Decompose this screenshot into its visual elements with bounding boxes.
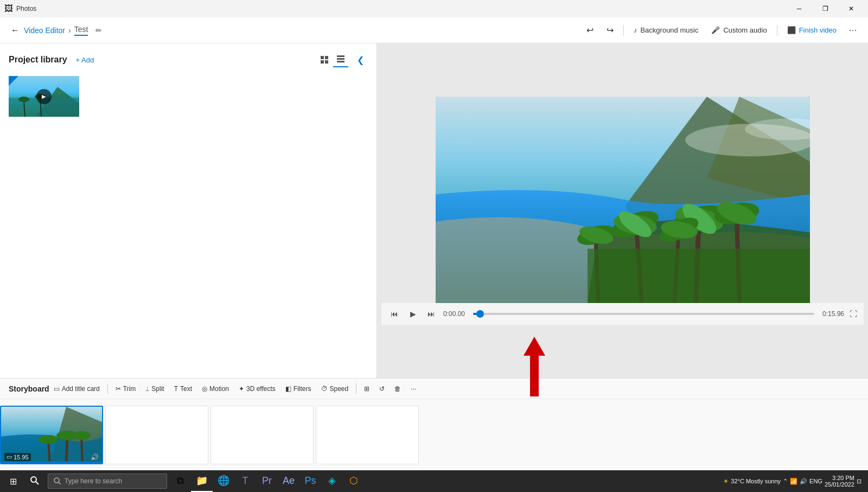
motion-button[interactable]: ◎ Motion	[197, 381, 233, 396]
minimize-button[interactable]: ─	[787, 0, 812, 17]
storyboard-more-button[interactable]: ···	[406, 381, 420, 396]
add-label: + Add	[76, 56, 94, 64]
video-preview	[436, 97, 810, 303]
storyboard-empty-slot-2[interactable]	[210, 406, 314, 464]
app8-button[interactable]: ⬡	[343, 470, 365, 492]
search-input[interactable]	[65, 477, 157, 485]
close-button[interactable]: ✕	[839, 0, 864, 17]
search-box[interactable]	[48, 474, 167, 489]
system-tray-up-arrow[interactable]: ⌃	[783, 478, 788, 485]
breadcrumb-parent[interactable]: Video Editor	[24, 26, 65, 35]
delete-button[interactable]: 🗑	[390, 381, 405, 396]
svg-point-50	[54, 478, 59, 483]
add-title-card-button[interactable]: ▭ Add title card	[49, 381, 104, 396]
resize-button[interactable]: ⊞	[360, 381, 374, 396]
add-button[interactable]: + Add	[76, 56, 94, 64]
storyboard-empty-slot-1[interactable]	[105, 406, 208, 464]
storyboard-empty-slot-3[interactable]	[316, 406, 419, 464]
background-music-button[interactable]: ♪ Background music	[628, 22, 704, 39]
skip-back-button[interactable]: ⏮	[388, 307, 401, 320]
list-view-button[interactable]	[333, 52, 348, 67]
speed-icon: ⏱	[321, 385, 328, 393]
split-label: Split	[151, 385, 164, 393]
sb-separator-2	[356, 383, 356, 394]
storyboard-title: Storyboard	[9, 384, 49, 393]
collapse-panel-button[interactable]: ❮	[353, 52, 368, 67]
edit-title-icon[interactable]: ✏	[95, 26, 102, 35]
notification-button[interactable]: ⊡	[857, 478, 861, 485]
speed-button[interactable]: ⏱ Speed	[317, 381, 353, 396]
trim-button[interactable]: ✂ Trim	[111, 381, 141, 396]
item-corner-mark	[9, 76, 18, 86]
effects-label: 3D effects	[246, 385, 276, 393]
title-card-icon: ▭	[54, 385, 60, 393]
rotate-button[interactable]: ↺	[375, 381, 389, 396]
sb-separator-1	[107, 383, 108, 394]
redo-icon: ↪	[607, 25, 614, 35]
redo-button[interactable]: ↪	[601, 22, 619, 39]
edge-button[interactable]: 🌐	[213, 470, 234, 492]
svg-point-40	[39, 435, 58, 444]
search-button[interactable]	[24, 470, 46, 492]
storyboard-tools: ▭ Add title card ✂ Trim ⟂ Split T Text ◎…	[49, 381, 421, 396]
svg-rect-5	[337, 58, 344, 60]
breadcrumb-current: Test	[74, 25, 88, 36]
custom-audio-button[interactable]: 🎤 Custom audio	[706, 22, 772, 39]
play-overlay: ▶	[36, 89, 52, 104]
split-button[interactable]: ⟂ Split	[141, 381, 168, 396]
weather-text: 32°C Mostly sunny	[731, 478, 781, 484]
svg-rect-6	[337, 61, 344, 62]
svg-line-51	[59, 482, 61, 484]
text-icon: T	[174, 385, 178, 393]
text-button[interactable]: T Text	[170, 381, 196, 396]
file-explorer-button[interactable]: 📁	[191, 470, 213, 492]
premiere-button[interactable]: Pr	[256, 470, 278, 492]
toolbar-separator-1	[623, 25, 624, 36]
play-button[interactable]: ▶	[406, 307, 419, 320]
speed-label: Speed	[330, 385, 349, 393]
back-button[interactable]: ←	[7, 22, 24, 39]
filters-label: Filters	[293, 385, 311, 393]
ae-button[interactable]: Ae	[278, 470, 299, 492]
clip-progress-bar	[1, 462, 102, 463]
title-bar-controls: ─ ❐ ✕	[787, 0, 864, 17]
app7-button[interactable]: ◈	[321, 470, 343, 492]
task-view-button[interactable]: ⧉	[169, 470, 191, 492]
undo-button[interactable]: ↩	[581, 22, 599, 39]
ps-button[interactable]: Ps	[299, 470, 321, 492]
clock-date: 25/01/2022	[825, 481, 854, 488]
storyboard-area: Storyboard ▭ Add title card ✂ Trim ⟂ Spl…	[0, 378, 868, 470]
grid-view-button[interactable]	[317, 52, 332, 67]
start-button[interactable]: ⊞	[2, 470, 24, 492]
text-label: Text	[180, 385, 192, 393]
panel-header-right: ❮	[317, 52, 368, 67]
add-title-card-label: Add title card	[62, 385, 100, 393]
filters-button[interactable]: ◧ Filters	[281, 381, 316, 396]
storyboard-clip-main[interactable]: ▭ 15.95 🔊	[0, 406, 103, 464]
volume-icon[interactable]: 🔊	[800, 478, 807, 485]
skip-forward-button[interactable]: ⏭	[425, 307, 438, 320]
app-toolbar: ← Video Editor › Test ✏ ↩ ↪ ♪ Background…	[0, 17, 868, 43]
clock-time: 3:20 PM	[832, 475, 854, 481]
library-item[interactable]: ▶	[9, 76, 79, 117]
teams-button[interactable]: T	[234, 470, 256, 492]
more-options-button[interactable]: ···	[844, 22, 861, 39]
seek-thumb[interactable]	[476, 310, 484, 318]
clip-duration-badge: ▭ 15.95	[4, 453, 31, 461]
left-panel: Project library + Add	[0, 43, 377, 378]
right-panel: ⏮ ▶ ⏭ 0:00.00 0:15.96 ⛶	[377, 43, 868, 378]
taskbar-clock[interactable]: 3:20 PM 25/01/2022	[825, 475, 854, 488]
language-indicator[interactable]: ENG	[809, 478, 822, 484]
split-icon: ⟂	[145, 385, 149, 393]
clip-info: ▭ 15.95 🔊	[4, 453, 99, 461]
seek-bar[interactable]	[473, 313, 814, 315]
restore-button[interactable]: ❐	[813, 0, 838, 17]
app-name-label: Photos	[16, 5, 36, 12]
3d-effects-button[interactable]: ✦ 3D effects	[234, 381, 280, 396]
video-controls: ⏮ ▶ ⏭ 0:00.00 0:15.96 ⛶	[381, 303, 864, 325]
fullscreen-button[interactable]: ⛶	[850, 310, 857, 318]
app-title: 🖼 Photos	[4, 4, 36, 14]
taskbar-right: ☀ 32°C Mostly sunny ⌃ 📶 🔊 ENG 3:20 PM 25…	[719, 475, 866, 488]
svg-rect-3	[325, 60, 328, 64]
finish-video-button[interactable]: ⬛ Finish video	[782, 22, 842, 39]
